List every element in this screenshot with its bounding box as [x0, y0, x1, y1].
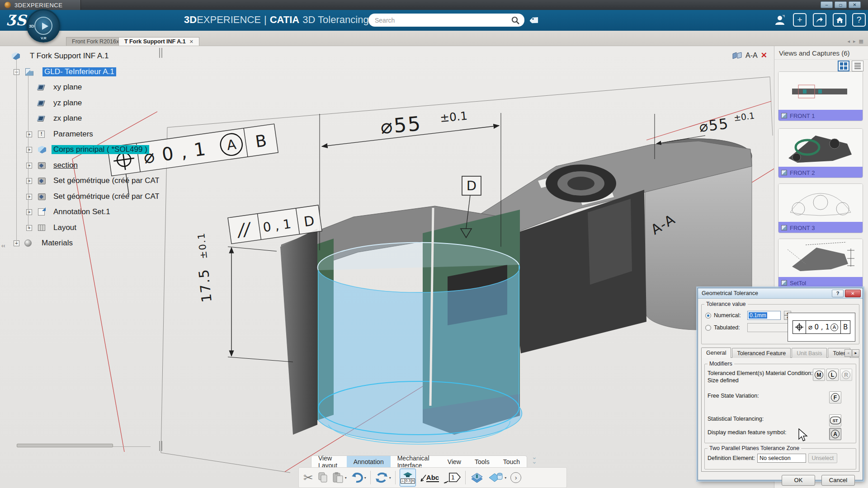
capture-card-front2[interactable]: FRONT 2 [778, 128, 863, 178]
search-icon[interactable] [511, 16, 520, 25]
expand-expander[interactable]: + [26, 194, 32, 200]
capture-thumbnail[interactable] [778, 129, 863, 167]
tab-toleranced-feature[interactable]: Toleranced Feature [732, 348, 791, 358]
tree-item-label[interactable]: Annotation Set.1 [52, 207, 112, 216]
free-state-button[interactable]: F [829, 391, 841, 404]
tree-item-label[interactable]: yz plane [52, 99, 84, 108]
tab-annotation[interactable]: Annotation [347, 456, 391, 467]
tab-unit-basis[interactable]: Unit Basis [792, 348, 827, 358]
tab-scroll-icons[interactable]: ◂ ▸ ▦ [847, 38, 864, 44]
tag-icon[interactable] [530, 15, 541, 25]
tab-scroll-left-icon[interactable]: ◄ [844, 349, 852, 357]
maximize-icon[interactable] [835, 1, 847, 8]
tree-item-label[interactable]: Parameters [52, 130, 95, 139]
tab-view[interactable]: View [441, 456, 468, 467]
sectioning-icon[interactable]: ▾ [488, 469, 506, 486]
tree-item-layout[interactable]: + Layout [0, 222, 159, 233]
more-icon[interactable]: › [510, 469, 521, 486]
expand-expander[interactable]: + [26, 225, 32, 231]
profile-icon[interactable] [773, 13, 787, 27]
tree-item-xy-plane[interactable]: xy plane [0, 82, 159, 93]
cut-icon[interactable]: ✂ [303, 469, 313, 486]
add-content-icon[interactable]: + [793, 13, 807, 27]
tree-item-label[interactable]: section [52, 161, 80, 170]
tree-item-parameters[interactable]: + Parameters [0, 129, 159, 140]
capture-caption[interactable]: FRONT 1 [778, 110, 863, 121]
collapse-action-bar-icon[interactable]: ⌄⌄ [532, 455, 537, 464]
expand-expander[interactable]: + [26, 163, 32, 169]
dialog-titlebar[interactable]: Geometrical Tolerance ? [698, 288, 863, 299]
view-management-icon[interactable] [470, 469, 484, 486]
tree-item-label[interactable]: Corps principal ( *SOL499 ) [52, 145, 149, 154]
collapse-left-panel-icon[interactable]: ‹‹ [1, 242, 5, 249]
capture-caption[interactable]: SetTol [778, 277, 863, 288]
tree-item-annotation-set[interactable]: + Annotation Set.1 [0, 206, 159, 217]
3dexperience-compass[interactable]: 3D V.R [27, 9, 60, 42]
rfs-button[interactable]: R [840, 369, 852, 381]
list-view-icon[interactable] [852, 61, 863, 71]
tab-touch[interactable]: Touch [496, 456, 527, 467]
capture-card-front3[interactable]: FRONT 3 [778, 183, 863, 233]
capture-card-front1[interactable]: FRONT 1 [778, 71, 863, 121]
section-view-tag[interactable]: A-A ✕ [732, 51, 767, 60]
tree-resize-grip[interactable] [159, 441, 162, 451]
tolerance-annotation-icon[interactable]: ⊥0.3A [400, 469, 416, 487]
definition-element-input[interactable]: No selection [757, 454, 806, 463]
tree-resize-grip[interactable] [159, 48, 162, 58]
dialog-help-icon[interactable]: ? [832, 290, 844, 297]
close-section-icon[interactable]: ✕ [761, 51, 767, 60]
lmc-button[interactable]: L [826, 369, 839, 381]
tab-scroll-right-icon[interactable]: ► [852, 349, 859, 357]
tree-item-label[interactable]: Set géométrique (créé par CAT [52, 176, 159, 185]
capture-thumbnail[interactable] [778, 239, 863, 277]
tree-hscrollbar-thumb[interactable] [17, 444, 113, 447]
tab-view-layout[interactable]: View Layout [311, 456, 347, 467]
tree-item-set-geometrique-2[interactable]: + Set géométrique (créé par CAT [0, 191, 159, 202]
dialog-close-icon[interactable] [845, 290, 861, 297]
tree-item-label[interactable]: xy plane [52, 83, 84, 92]
tree-item-gld[interactable]: − GLD- TeInferieur A.1 [0, 66, 159, 77]
text-with-leader-icon[interactable]: Abc [420, 469, 439, 486]
statistical-button[interactable]: ST [829, 414, 841, 427]
tree-item-materials[interactable]: + Materials [0, 238, 159, 249]
tree-item-corps-principal[interactable]: + Corps principal ( *SOL499 ) [0, 144, 159, 155]
doc-tab-t-fork-support[interactable]: T Fork Support INF A.1 ✕ [118, 37, 199, 46]
undo-icon[interactable]: ▾ [351, 469, 366, 486]
numerical-value-input[interactable]: 0.1mm [747, 311, 781, 320]
unselect-button[interactable]: Unselect [808, 453, 837, 463]
home-icon[interactable] [833, 13, 846, 27]
expand-expander[interactable]: + [26, 147, 32, 153]
expand-expander[interactable]: + [26, 209, 32, 215]
tree-item-yz-plane[interactable]: yz plane [0, 98, 159, 108]
tree-item-root[interactable]: T Fork Support INF A.1 [0, 51, 159, 61]
tree-item-label[interactable]: Set géométrique (créé par CAT [52, 192, 159, 201]
search-input[interactable] [375, 17, 511, 24]
tabulated-value-input[interactable] [747, 323, 789, 332]
datum-flag-icon[interactable]: 1 [443, 469, 461, 486]
numerical-radio[interactable] [705, 313, 711, 319]
compass-play-area[interactable] [34, 17, 52, 35]
tree-item-set-geometrique-1[interactable]: + Set géométrique (créé par CAT [0, 175, 159, 186]
help-icon[interactable]: ? [852, 13, 866, 27]
tab-close-icon[interactable]: ✕ [189, 39, 193, 45]
tree-item-label[interactable]: T Fork Support INF A.1 [28, 52, 110, 61]
capture-thumbnail[interactable] [778, 72, 863, 110]
capture-caption[interactable]: FRONT 2 [778, 167, 863, 178]
tree-item-label[interactable]: zx plane [52, 114, 84, 123]
tree-item-zx-plane[interactable]: zx plane [0, 113, 159, 124]
search-bar[interactable] [368, 14, 524, 27]
tab-tools[interactable]: Tools [468, 456, 496, 467]
tree-item-label[interactable]: Layout [52, 223, 78, 232]
expand-expander[interactable]: + [26, 178, 32, 184]
tab-general[interactable]: General [701, 347, 731, 358]
minimize-icon[interactable] [821, 1, 833, 8]
paste-icon[interactable]: ▾ [332, 469, 347, 486]
update-icon[interactable]: ▾ [375, 469, 391, 486]
ok-button[interactable]: OK [782, 475, 815, 486]
tree-item-label[interactable]: Materials [40, 239, 75, 248]
mmc-button[interactable]: M [813, 369, 825, 381]
close-icon[interactable] [849, 1, 861, 8]
capture-thumbnail[interactable] [778, 184, 863, 222]
expand-expander[interactable]: + [26, 131, 32, 137]
tab-mechanical-interface[interactable]: Mechanical Interface [391, 456, 441, 467]
